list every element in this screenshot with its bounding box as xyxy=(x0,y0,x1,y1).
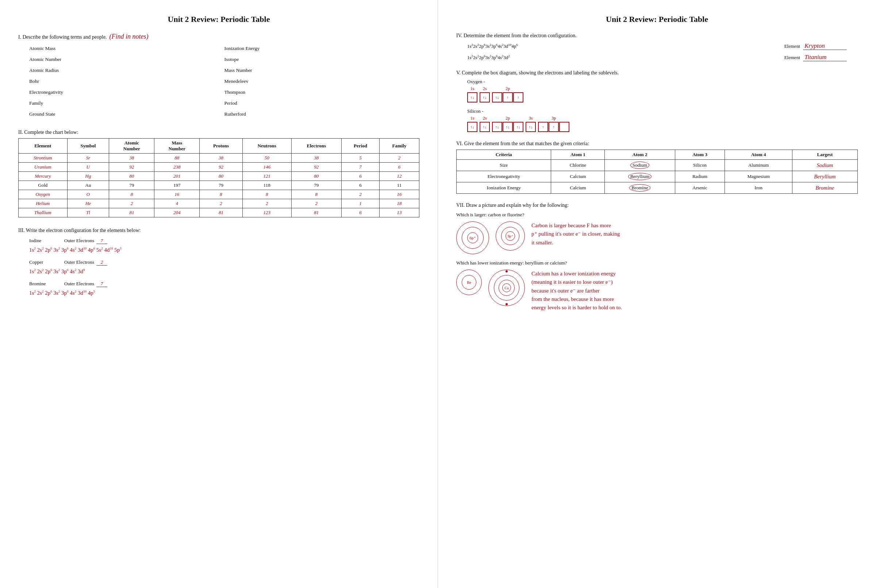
q2-explanation: Calcium has a lower ionization energy(me… xyxy=(532,270,622,312)
config-line-1: 1s22s22p63s23p64s23d104p6 Element Krypto… xyxy=(467,42,847,50)
oxygen-1s: 1s ↑↓ xyxy=(467,86,478,102)
oxygen-boxes: 1s ↑↓ 2s ↑↓ 2p xyxy=(467,86,858,102)
ie-atom4: Iron xyxy=(725,182,792,194)
silicon-3s: 3s ↑↓ xyxy=(526,116,536,132)
ionization-row: Ionization Energy Calcium Bromine Arseni… xyxy=(457,182,858,194)
en-largest: Beryllium xyxy=(792,171,857,182)
ie-atom3: Arsenic xyxy=(675,182,725,194)
left-title: Unit 2 Review: Periodic Table xyxy=(18,15,419,24)
q2-block: Which has lower ionization energy: beryl… xyxy=(456,260,858,312)
copper-outer-label: Outer Electrons xyxy=(64,260,94,265)
section-3-header: III. Write the electron configuration fo… xyxy=(18,228,419,234)
col-neutrons: Neutrons xyxy=(242,139,291,154)
formula-krypton: 1s22s22p63s23p64s23d104p6 xyxy=(467,43,777,49)
section-1-header: I. Describe the following terms and peop… xyxy=(18,33,419,40)
col-atomic-number: AtomicNumber xyxy=(109,139,155,154)
section-7-header: VII. Draw a picture and explain why for … xyxy=(456,202,858,208)
table-row: MercuryHg802018012180612 xyxy=(19,172,419,181)
electronegativity-row: Electronegativity Calcium Beryllium Radi… xyxy=(457,171,858,182)
en-atom3: Radium xyxy=(675,171,725,182)
right-title: Unit 2 Review: Periodic Table xyxy=(456,15,858,24)
col-period: Period xyxy=(341,139,379,154)
bromine-circled: Bromine xyxy=(629,184,651,192)
term-electronegativity: Electronegativity xyxy=(29,87,224,98)
en-criteria: Electronegativity xyxy=(457,171,551,182)
size-criteria: Size xyxy=(457,160,551,171)
en-atom4: Magnesium xyxy=(725,171,792,182)
element-answer-2: Element Titanium xyxy=(784,54,847,61)
formula-titanium: 1s22s22p63s23p64s23d2 xyxy=(467,54,777,60)
term-bohr: Bohr xyxy=(29,76,224,87)
col-mass-number: MassNumber xyxy=(155,139,200,154)
term-atomic-radius: Atomic Radius xyxy=(29,65,224,75)
col-criteria: Criteria xyxy=(457,150,551,160)
oxygen-2p: 2p ↑↓ ↑ ↑ xyxy=(492,86,523,102)
copper-config: 1s2 2s2 2p6 3s2 3p6 4s2 3d9 xyxy=(29,267,419,276)
fluorine-diagram: 9p⁺ xyxy=(496,221,525,250)
q1-question: Which is larger: carbon or fluorine? xyxy=(456,212,858,218)
element-label-2: Element xyxy=(784,55,800,60)
term-atomic-mass: Atomic Mass xyxy=(29,44,224,54)
section-6-header: VI. Give the element from the set that m… xyxy=(456,141,858,147)
q1-block: Which is larger: carbon or fluorine? 6p⁺… xyxy=(456,212,858,254)
q1-diagram-row: 6p⁺ 9p⁺ Carbon is larger because F has m… xyxy=(456,221,858,254)
q1-explanation: Carbon is larger because F has morep⁺ pu… xyxy=(532,221,620,247)
q2-diagram-row: Be Ca Calcium has a lower ionization ene… xyxy=(456,270,858,312)
oxygen-label: Oxygen - xyxy=(467,79,858,85)
size-atom3: Silicon xyxy=(675,160,725,171)
col-atom1: Atom 1 xyxy=(551,150,605,160)
ie-criteria: Ionization Energy xyxy=(457,182,551,194)
titanium-answer: Titanium xyxy=(803,54,847,61)
find-in-notes: (Find in notes) xyxy=(110,33,149,40)
iodine-outer-label: Outer Electrons xyxy=(64,238,94,244)
col-atom2: Atom 2 xyxy=(605,150,675,160)
size-atom1: Chlorine xyxy=(551,160,605,171)
section-4: IV. Determine the element from the elect… xyxy=(456,33,858,61)
col-family: Family xyxy=(380,139,419,154)
terms-grid: Atomic Mass Ionization Energy Atomic Num… xyxy=(29,44,419,119)
size-atom2: Sodium xyxy=(605,160,675,171)
config-line-2: 1s22s22p63s23p64s23d2 Element Titanium xyxy=(467,54,847,61)
table-row: UraniumU92238921469276 xyxy=(19,163,419,172)
bromine-outer-label: Outer Electrons xyxy=(64,281,94,287)
sodium-circled: Sodium xyxy=(630,162,649,169)
copper-label: Copper xyxy=(29,260,62,265)
silicon-boxes: 1s ↑↓ 2s ↑↓ 2p xyxy=(467,116,858,132)
section-2-header: II. Complete the chart below: xyxy=(18,129,419,135)
element-label-1: Element xyxy=(784,44,800,49)
term-menedeleev: Menedeleev xyxy=(224,76,420,87)
col-element: Element xyxy=(19,139,68,154)
section-1: I. Describe the following terms and peop… xyxy=(18,33,419,119)
q2-question: Which has lower ionization energy: beryl… xyxy=(456,260,858,266)
criteria-table: Criteria Atom 1 Atom 2 Atom 3 Atom 4 Lar… xyxy=(456,150,858,194)
table-row: GoldAu791977911879611 xyxy=(19,181,419,190)
calcium-diagram: Ca xyxy=(488,270,525,306)
section-5-header: V. Complete the box diagram, showing the… xyxy=(456,70,858,76)
iodine-config: 1s2 2s2 2p6 3s2 3p6 4s2 3d10 4p6 5s2 4d1… xyxy=(29,246,419,254)
ie-largest: Bromine xyxy=(792,182,857,194)
section-3: III. Write the electron configuration fo… xyxy=(18,228,419,297)
left-page: Unit 2 Review: Periodic Table I. Describ… xyxy=(0,0,438,588)
size-row: Size Chlorine Sodium Silicon Aluminum So… xyxy=(457,160,858,171)
bromine-config: 1s2 2s2 2p6 3s2 3p6 4s2 3d10 4p5 xyxy=(29,288,419,297)
col-atom3: Atom 3 xyxy=(675,150,725,160)
section-5: V. Complete the box diagram, showing the… xyxy=(456,70,858,132)
term-rutherford: Rutherford xyxy=(224,109,420,119)
term-mass-number: Mass Number xyxy=(224,65,420,75)
table-row: OxygenO816888216 xyxy=(19,190,419,199)
en-atom1: Calcium xyxy=(551,171,605,182)
table-row: HeliumHe24222118 xyxy=(19,199,419,208)
silicon-1s: 1s ↑↓ xyxy=(467,116,478,132)
carbon-diagram: 6p⁺ xyxy=(456,221,489,254)
term-period: Period xyxy=(224,98,420,108)
silicon-label: Silicon - xyxy=(467,108,858,114)
section-4-header: IV. Determine the element from the elect… xyxy=(456,33,858,39)
copper-row: Copper Outer Electrons 2 xyxy=(29,260,419,266)
copper-outer-value: 2 xyxy=(96,260,107,266)
table-row: ThalliumTl812048112381613 xyxy=(19,208,419,218)
silicon-3p: 3p ↑ ↑ xyxy=(538,116,569,132)
term-thompson: Thompson xyxy=(224,87,420,98)
section-7: VII. Draw a picture and explain why for … xyxy=(456,202,858,312)
size-atom4: Aluminum xyxy=(725,160,792,171)
bromine-outer-value: 7 xyxy=(96,281,107,287)
